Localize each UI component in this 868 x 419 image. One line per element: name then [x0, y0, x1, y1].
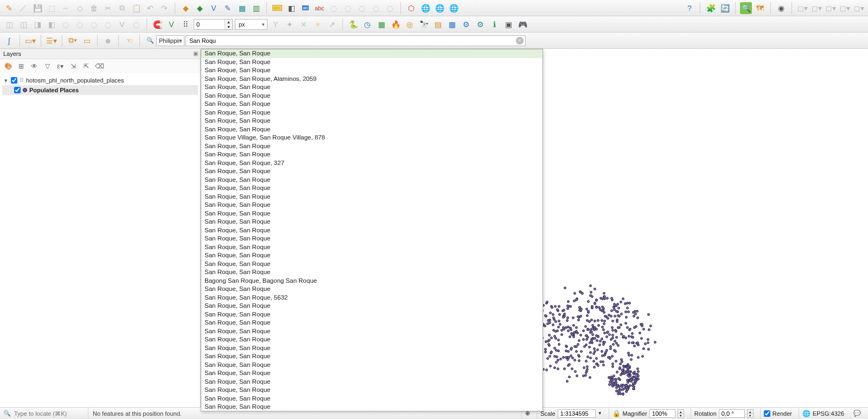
rotation-down-icon[interactable]: ▼ — [747, 414, 754, 418]
new-spatialite-icon[interactable]: ◆ — [194, 2, 206, 14]
suggestion-item[interactable]: San Roque, San Roque — [201, 260, 542, 269]
undo-icon[interactable]: ↶ — [144, 2, 156, 14]
layout-icon[interactable]: ▣ — [502, 18, 514, 30]
tree-collapse-icon[interactable]: ▾ — [3, 77, 9, 84]
label-show-icon[interactable]: ◌ — [328, 2, 340, 14]
crs-widget[interactable]: 🌐 EPSG:4326 — [799, 408, 847, 419]
form-view-icon[interactable]: ☻ — [102, 35, 114, 47]
suggestion-item[interactable]: San Roque, San Roque — [201, 403, 542, 411]
colorwheel-icon[interactable]: ◉ — [775, 2, 787, 14]
selection-dd-3-icon[interactable]: ◻▾ — [825, 2, 837, 14]
suggestion-item[interactable]: San Roque, San Roque — [201, 83, 542, 92]
python-icon[interactable]: 🐍 — [347, 18, 359, 30]
hexagon-icon[interactable]: ⬡ — [405, 2, 417, 14]
snap-layer-icon[interactable]: ◫ — [3, 18, 15, 30]
clear-search-icon[interactable]: × — [516, 37, 524, 45]
suggestion-item[interactable]: San Roque, San Roque — [201, 167, 542, 176]
layer-visibility-icon[interactable]: 👁 — [29, 61, 39, 71]
suggestion-item[interactable]: San Roque, San Roque — [201, 234, 542, 243]
suggestion-item[interactable]: San Roque, San Roque — [201, 184, 542, 193]
selection-dd-5-icon[interactable]: ◻▾ — [853, 2, 865, 14]
fire-icon[interactable]: 🔥 — [390, 18, 401, 30]
layer-collapse-icon[interactable]: ⇱ — [81, 61, 91, 71]
suggestion-item[interactable]: San Roque, San Roque — [201, 226, 542, 235]
lock-icon[interactable]: 🔒 — [612, 410, 621, 417]
snap-tolerance-input[interactable] — [194, 21, 225, 28]
snap-toggle-icon[interactable]: ◧ — [46, 18, 58, 30]
new-memory-icon[interactable]: ✎ — [222, 2, 234, 14]
suggestion-item[interactable]: San Roque, San Roque, Alaminos, 2059 — [201, 75, 542, 84]
suggestion-item[interactable]: San Roque, San Roque — [201, 369, 542, 378]
suggestion-item[interactable]: San Roque, San Roque — [201, 344, 542, 353]
magnifier-up-icon[interactable]: ▲ — [678, 409, 684, 414]
messages-icon[interactable]: 💬 — [853, 410, 861, 417]
suggestion-item[interactable]: San Roque, San Roque — [201, 327, 542, 336]
layers-tree[interactable]: ▾ ⠿ hotosm_phl_north_populated_places Po… — [0, 73, 200, 407]
nodes-icon[interactable]: ⚙ — [460, 18, 472, 30]
suggestion-item[interactable]: San Roque, San Roque — [201, 378, 542, 386]
layer-expand-icon[interactable]: ⇲ — [68, 61, 78, 71]
suggestion-item[interactable]: San Roque, San Roque — [201, 142, 542, 151]
node-tool-icon[interactable]: ◇ — [74, 2, 86, 14]
country-filter-dropdown[interactable]: Philippin — [156, 35, 184, 46]
snap-active-icon[interactable]: ◨ — [31, 18, 43, 30]
plugin-manage-icon[interactable]: 🧩 — [705, 2, 717, 14]
search-zoom-icon[interactable]: 🔍 — [144, 35, 156, 47]
suggestion-item[interactable]: San Roque, San Roque — [201, 310, 542, 319]
reload-plugins-icon[interactable]: ◷ — [361, 18, 373, 30]
suggestion-item[interactable]: San Roque, San Roque — [201, 210, 542, 218]
avoid-intersect-icon[interactable]: V — [116, 18, 128, 30]
snap-vertex-icon[interactable]: ✶ — [312, 18, 324, 30]
suggestion-item[interactable]: San Roque, San Roque — [201, 49, 542, 58]
binoculars-icon[interactable]: 🔭 — [418, 18, 430, 30]
rotation-input[interactable] — [719, 409, 745, 418]
suggestion-item[interactable]: San Roque, San Roque — [201, 125, 542, 134]
suggestion-item[interactable]: San Roque, San Roque — [201, 268, 542, 277]
suggestion-item[interactable]: San Roque, San Roque — [201, 109, 542, 117]
search-input[interactable] — [186, 35, 526, 46]
self-snap-icon[interactable]: ◌ — [130, 18, 142, 30]
label-highlight-icon[interactable]: ab — [299, 2, 311, 14]
suggestion-item[interactable]: San Roque, San Roque — [201, 352, 542, 361]
suggestion-item[interactable]: San Roque, San Roque — [201, 386, 542, 395]
suggestion-item[interactable]: San Roque, San Roque, 327 — [201, 159, 542, 168]
redo-icon[interactable]: ↷ — [158, 2, 170, 14]
selection-dd-4-icon[interactable]: ◻▾ — [839, 2, 851, 14]
layer-filter-icon[interactable]: ▽ — [42, 61, 52, 71]
layer-child-checkbox[interactable] — [14, 87, 21, 93]
add-feature-icon[interactable]: ⬚ — [46, 2, 58, 14]
grass-icon[interactable]: ▦ — [375, 18, 387, 30]
suggestion-item[interactable]: San Roque, San Roque — [201, 218, 542, 226]
suggestion-item[interactable]: San Roque, San Roque — [201, 251, 542, 260]
snap-tolerance-spinner[interactable]: ▲ ▼ — [194, 19, 233, 30]
rotation-up-icon[interactable]: ▲ — [747, 409, 754, 414]
locator-input[interactable] — [14, 410, 85, 417]
enable-snap-icon[interactable]: ◌ — [74, 18, 86, 30]
move-feature-icon[interactable]: ↔ — [60, 2, 72, 14]
copy-icon[interactable]: ⧉ — [116, 2, 128, 14]
label-rotate-icon[interactable]: ◌ — [356, 2, 368, 14]
delete-icon[interactable]: 🗑 — [88, 2, 100, 14]
topo-edit-icon[interactable]: ◌ — [88, 18, 100, 30]
suggestion-item[interactable]: San Roque, San Roque — [201, 302, 542, 310]
suggestion-item[interactable]: San Roque, San Roque — [201, 319, 542, 327]
selection-dd-2-icon[interactable]: ◻▾ — [810, 2, 822, 14]
topo-check-icon[interactable]: ◌ — [102, 18, 114, 30]
snap-segment-icon[interactable]: ✕ — [298, 18, 310, 30]
topo-editing-icon[interactable]: Y — [270, 18, 282, 30]
panel-minimize-icon[interactable]: ▣ — [193, 50, 198, 56]
layer-child-row[interactable]: Populated Places — [2, 85, 198, 95]
spinner-down-icon[interactable]: ▼ — [225, 24, 232, 29]
label-pin-icon[interactable]: abc — [314, 2, 326, 14]
suggestion-item[interactable]: San Roque, San Roque — [201, 285, 542, 294]
label-edit-icon[interactable]: ◌ — [370, 2, 382, 14]
layer-add-group-icon[interactable]: ⊞ — [16, 61, 26, 71]
exchange-icon[interactable]: ◎ — [404, 18, 416, 30]
select-list-icon[interactable]: ☰▾ — [46, 35, 58, 47]
select-copy-icon[interactable]: ⧉▾ — [67, 35, 79, 47]
measure-icon[interactable]: ▤ — [432, 18, 444, 30]
gps-icon[interactable]: ▥ — [250, 2, 262, 14]
snap-options-icon[interactable]: ⠿ — [180, 18, 192, 30]
save-edits-icon[interactable]: 💾 — [31, 2, 43, 14]
new-shapefile-icon[interactable]: ◆ — [180, 2, 192, 14]
